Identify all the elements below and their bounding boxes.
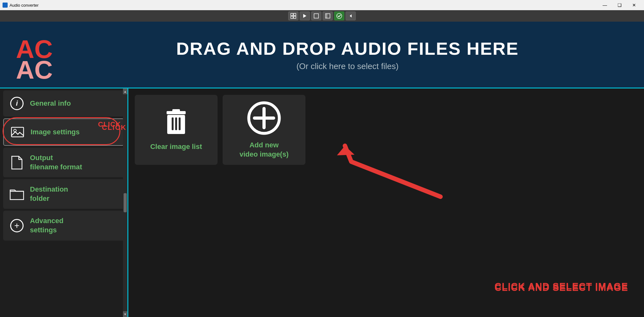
sidebar-item-output-filename[interactable]: Output filename format — [3, 148, 124, 177]
maximize-button[interactable]: ❑ — [612, 0, 627, 10]
toolbar — [0, 10, 644, 22]
svg-rect-1 — [294, 13, 296, 16]
minimize-button[interactable]: — — [597, 0, 612, 10]
scrollbar[interactable]: ▲ ▼ — [123, 88, 127, 317]
main-content: i General info Image settings — [0, 88, 644, 317]
add-video-image-button[interactable]: Add new video image(s) — [223, 95, 305, 165]
svg-rect-17 — [179, 117, 181, 130]
toolbar-button-2[interactable] — [300, 11, 310, 20]
app-title: Audio converter — [10, 3, 39, 8]
svg-point-7 — [337, 13, 342, 18]
info-icon: i — [10, 96, 24, 111]
file-icon — [10, 155, 24, 170]
svg-point-11 — [14, 129, 16, 132]
scroll-up[interactable]: ▲ — [123, 88, 127, 94]
toolbar-button-1[interactable] — [288, 11, 298, 20]
sidebar-item-general-info[interactable]: i General info — [3, 90, 124, 116]
title-bar-left: Audio converter — [3, 3, 39, 8]
sidebar-label-advanced-settings: Advanced settings — [30, 216, 63, 235]
drop-subtitle: (Or click here to select files) — [64, 61, 631, 71]
add-video-image-label: Add new video image(s) — [240, 141, 289, 159]
svg-text:AC: AC — [16, 56, 53, 80]
clear-image-list-label: Clear image list — [150, 142, 202, 151]
scroll-thumb[interactable] — [124, 193, 127, 212]
sidebar: i General info Image settings — [0, 88, 127, 317]
advanced-icon: + — [10, 218, 24, 233]
app-icon — [3, 3, 8, 8]
svg-rect-4 — [314, 14, 318, 18]
toolbar-button-3[interactable] — [311, 11, 321, 20]
add-circle-icon — [247, 101, 282, 136]
sidebar-label-general-info: General info — [30, 99, 71, 108]
svg-rect-15 — [172, 117, 174, 130]
close-button[interactable]: ✕ — [627, 0, 641, 10]
sidebar-label-output-filename: Output filename format — [30, 153, 82, 172]
svg-rect-2 — [291, 16, 293, 18]
title-bar: Audio converter — ❑ ✕ — [0, 0, 644, 10]
sidebar-label-image-settings: Image settings — [31, 128, 80, 137]
folder-icon — [10, 187, 24, 201]
drop-zone[interactable]: AC AC DRAG AND DROP AUDIO FILES HERE (Or… — [0, 22, 644, 88]
scroll-down[interactable]: ▼ — [123, 311, 127, 317]
drop-title: DRAG AND DROP AUDIO FILES HERE — [64, 38, 631, 59]
action-buttons: Clear image list Add new video image(s) — [135, 95, 638, 165]
toolbar-button-arrow[interactable] — [346, 11, 356, 20]
click-annotation: CLICK — [98, 120, 121, 129]
sidebar-item-destination-folder[interactable]: Destination folder — [3, 179, 124, 209]
app-logo: AC AC — [13, 29, 64, 80]
svg-rect-10 — [11, 127, 24, 137]
svg-rect-13 — [172, 109, 180, 112]
trash-icon — [163, 109, 189, 137]
sidebar-item-advanced-settings[interactable]: + Advanced settings — [3, 211, 124, 240]
content-area: Clear image list Add new video image(s) — [127, 88, 644, 317]
click-select-annotation: CLICK AND SELECT IMAGE — [495, 281, 628, 292]
image-icon — [10, 125, 25, 139]
toolbar-button-check[interactable] — [334, 11, 344, 20]
toolbar-button-4[interactable] — [323, 11, 333, 20]
svg-rect-3 — [294, 16, 296, 18]
window-controls: — ❑ ✕ — [597, 0, 641, 10]
svg-rect-0 — [291, 13, 293, 16]
svg-rect-5 — [326, 14, 330, 18]
clear-image-list-button[interactable]: Clear image list — [135, 95, 218, 165]
sidebar-label-destination-folder: Destination folder — [30, 185, 68, 203]
drop-zone-text: DRAG AND DROP AUDIO FILES HERE (Or click… — [64, 38, 631, 71]
svg-rect-16 — [175, 117, 177, 130]
